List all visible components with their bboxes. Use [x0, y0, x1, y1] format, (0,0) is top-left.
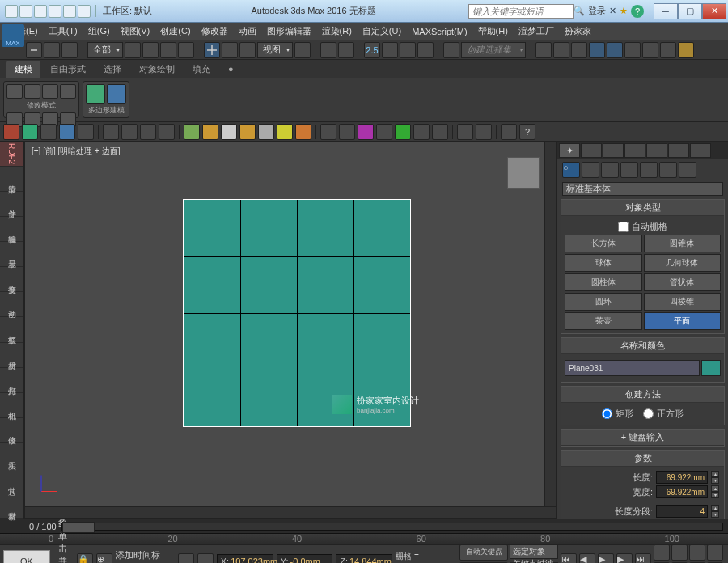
workspace-dropdown[interactable]: 工作区: 默认	[95, 5, 159, 17]
qat-link-icon[interactable]	[78, 5, 91, 18]
xc-icon[interactable]	[358, 124, 374, 140]
p-pyr-icon[interactable]	[295, 124, 311, 140]
ribbon-tab-objpaint[interactable]: 对象绘制	[131, 61, 183, 78]
menu-rdf[interactable]: 渲梦工厂	[514, 23, 559, 40]
btn-cylinder[interactable]: 圆柱体	[565, 273, 642, 291]
menu-custom[interactable]: 自定义(U)	[358, 23, 406, 40]
align-icon[interactable]	[553, 42, 569, 58]
radio-rect[interactable]	[602, 408, 612, 419]
play-start-icon[interactable]: ⏮	[561, 553, 577, 564]
x4-icon[interactable]	[59, 124, 75, 140]
plane-object[interactable]	[183, 199, 411, 427]
width-up-icon[interactable]: ▴	[711, 485, 719, 492]
cmdtab-hierarchy-icon[interactable]	[603, 143, 624, 158]
cat-geometry-icon[interactable]: ○	[562, 162, 580, 178]
ribbon-tab-select[interactable]: 选择	[95, 61, 129, 78]
nav-pan-icon[interactable]	[654, 544, 670, 561]
sidebar-file[interactable]: 文件	[0, 192, 23, 217]
minimize-button[interactable]: ─	[654, 3, 678, 19]
rib-btn1[interactable]	[6, 84, 23, 99]
snap-icon[interactable]: 2.5	[364, 42, 380, 58]
sidebar-transform[interactable]: 变换	[0, 267, 23, 292]
angle-snap-icon[interactable]	[382, 42, 398, 58]
app-logo-icon[interactable]: MAX	[2, 24, 24, 47]
menu-render[interactable]: 渲染(R)	[317, 23, 357, 40]
sidebar-render[interactable]: 渲染	[0, 167, 23, 192]
rib-btn2[interactable]	[24, 84, 40, 99]
layers-icon[interactable]	[571, 42, 587, 58]
menu-modifier[interactable]: 修改器	[197, 23, 233, 40]
keymode-icon[interactable]	[338, 42, 354, 58]
qat-open-icon[interactable]	[19, 5, 32, 18]
scale-icon[interactable]	[239, 42, 256, 58]
sidebar-edit[interactable]: 编辑	[0, 217, 23, 242]
object-name-input[interactable]	[565, 360, 700, 376]
cat-lights-icon[interactable]	[601, 162, 619, 178]
rib-btn3[interactable]	[42, 84, 58, 99]
viewport-scroll-h[interactable]	[25, 506, 556, 518]
select-name-icon[interactable]	[142, 42, 159, 58]
xh-icon[interactable]	[457, 124, 473, 140]
nav-fov-icon[interactable]	[689, 544, 705, 561]
length-up-icon[interactable]: ▴	[711, 471, 719, 477]
cmdtab-display-icon[interactable]	[646, 143, 667, 158]
play-prev-icon[interactable]: ◀	[579, 553, 595, 564]
sidebar-light[interactable]: 灯光	[0, 368, 23, 393]
render-setup-icon[interactable]	[642, 42, 658, 58]
primitive-type-dropdown[interactable]: 标准基本体	[562, 182, 723, 196]
sidebar-display[interactable]: 显示	[0, 242, 23, 267]
manip-icon[interactable]	[320, 42, 336, 58]
x7-icon[interactable]	[121, 124, 138, 140]
material-editor-icon[interactable]	[624, 42, 641, 58]
menu-bjj[interactable]: 扮家家	[560, 23, 596, 40]
btn-box[interactable]: 长方体	[565, 235, 642, 252]
btn-sphere[interactable]: 球体	[565, 254, 642, 272]
xb-icon[interactable]	[339, 124, 355, 140]
sidebar-utility[interactable]: 实用	[0, 443, 23, 468]
search-icon[interactable]: 🔍	[574, 6, 585, 16]
select-icon[interactable]	[125, 42, 141, 58]
ribbon-tab-freeform[interactable]: 自由形式	[42, 61, 94, 78]
named-sel-dropdown[interactable]: 创建选择集	[461, 42, 526, 58]
rib-poly2[interactable]	[107, 84, 126, 104]
btn-cone[interactable]: 圆锥体	[644, 235, 722, 252]
cat-helpers-icon[interactable]	[640, 162, 658, 178]
addtime-label[interactable]: 添加时间标记	[116, 549, 169, 564]
track-bar[interactable]: 020406080100	[0, 533, 728, 544]
sidebar-anim[interactable]: 动画	[0, 292, 23, 317]
cmdtab-create-icon[interactable]: ✦	[559, 143, 580, 158]
viewport-scroll-v[interactable]	[544, 142, 556, 506]
maximize-button[interactable]: ▢	[678, 3, 702, 19]
p-box-icon[interactable]	[184, 124, 200, 140]
xd-icon[interactable]	[376, 124, 392, 140]
qat-undo-icon[interactable]	[49, 5, 61, 18]
menu-create[interactable]: 创建(C)	[155, 23, 195, 40]
menu-anim[interactable]: 动画	[234, 23, 261, 40]
width-spinner[interactable]: 69.922mm	[656, 485, 708, 498]
play-next-icon[interactable]: ▶	[616, 553, 633, 564]
sidebar-camera[interactable]: 相机	[0, 393, 23, 418]
autokey-button[interactable]: 自动关键点	[459, 544, 508, 561]
rollout-keyboard-head[interactable]: 键盘输入	[561, 430, 724, 446]
qat-new-icon[interactable]	[5, 5, 18, 18]
ribbon-tab-fill[interactable]: 填充	[184, 61, 218, 78]
sidebar-rdf[interactable]: RDF2	[0, 142, 23, 167]
selection-filter-dropdown[interactable]: 全部	[87, 42, 123, 58]
select-rect-icon[interactable]	[160, 42, 176, 58]
cat-space-icon[interactable]	[659, 162, 677, 178]
lseg-up-icon[interactable]: ▴	[711, 505, 719, 511]
play-end-icon[interactable]: ⏭	[635, 553, 651, 564]
p-light-icon[interactable]	[277, 124, 293, 140]
sidebar-assets[interactable]: 素材	[0, 493, 23, 519]
lock-icon[interactable]: 🔒	[77, 553, 93, 564]
mirror-icon[interactable]	[535, 42, 552, 58]
xg-icon[interactable]	[432, 124, 448, 140]
help-icon[interactable]: ?	[631, 5, 644, 18]
ribbon-tab-model[interactable]: 建模	[6, 61, 40, 78]
btn-tube[interactable]: 管状体	[644, 273, 722, 291]
refcoord-dropdown[interactable]: 视图	[257, 42, 293, 58]
ribbon-tab-dot-icon[interactable]: ●	[220, 61, 242, 76]
coord-y[interactable]: Y:-0.0mm	[277, 554, 332, 564]
rib-btn4[interactable]	[60, 84, 76, 99]
autogrid-checkbox[interactable]	[618, 222, 629, 232]
